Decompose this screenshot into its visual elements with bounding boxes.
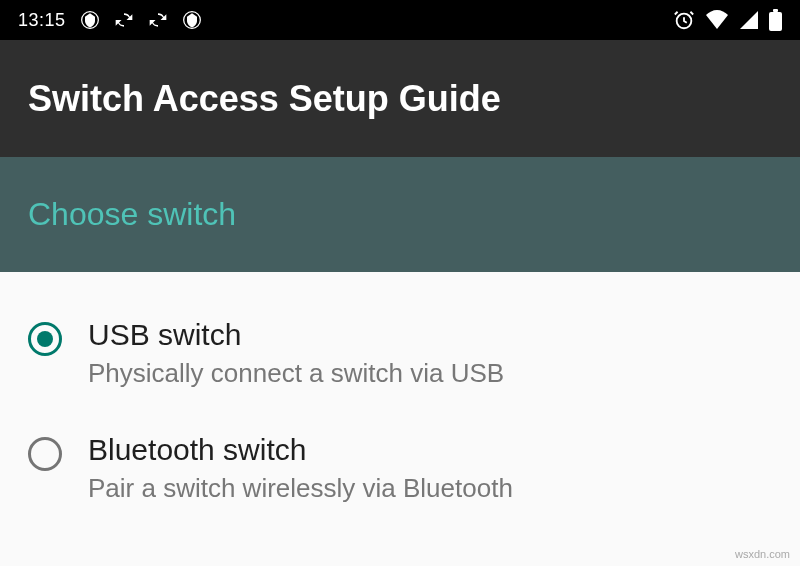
option-subtitle: Physically connect a switch via USB — [88, 358, 772, 389]
option-text: USB switch Physically connect a switch v… — [88, 318, 772, 389]
status-bar: 13:15 — [0, 0, 800, 40]
page-title: Switch Access Setup Guide — [28, 78, 501, 120]
radio-unchecked-icon — [28, 437, 62, 471]
sync-icon — [148, 10, 168, 30]
battery-icon — [769, 9, 782, 31]
radio-option-bluetooth[interactable]: Bluetooth switch Pair a switch wirelessl… — [28, 417, 772, 532]
options-group: USB switch Physically connect a switch v… — [0, 272, 800, 532]
status-left: 13:15 — [18, 10, 202, 31]
watermark: wsxdn.com — [735, 548, 790, 560]
radio-option-usb[interactable]: USB switch Physically connect a switch v… — [28, 302, 772, 417]
shield-icon — [182, 10, 202, 30]
sync-icon — [114, 10, 134, 30]
svg-rect-3 — [769, 12, 782, 31]
option-subtitle: Pair a switch wirelessly via Bluetooth — [88, 473, 772, 504]
option-title: Bluetooth switch — [88, 433, 772, 467]
shield-icon — [80, 10, 100, 30]
app-bar: Switch Access Setup Guide — [0, 40, 800, 157]
signal-icon — [739, 10, 759, 30]
section-header: Choose switch — [0, 157, 800, 272]
radio-checked-icon — [28, 322, 62, 356]
option-title: USB switch — [88, 318, 772, 352]
wifi-icon — [705, 10, 729, 30]
option-text: Bluetooth switch Pair a switch wirelessl… — [88, 433, 772, 504]
section-title: Choose switch — [28, 196, 236, 233]
svg-rect-4 — [773, 9, 778, 12]
status-right — [673, 9, 782, 31]
alarm-icon — [673, 9, 695, 31]
status-time: 13:15 — [18, 10, 66, 31]
